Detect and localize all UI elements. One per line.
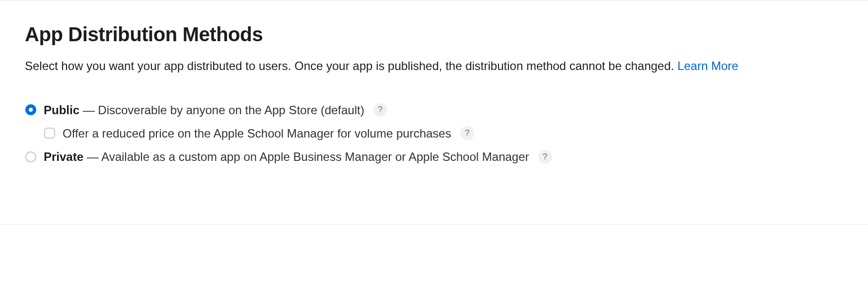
option-private-text: Private — Available as a custom app on A… — [44, 149, 529, 164]
section-subtitle: Select how you want your app distributed… — [25, 58, 843, 74]
option-public-desc: Discoverable by anyone on the App Store … — [98, 103, 364, 117]
top-divider — [0, 0, 868, 0]
learn-more-link[interactable]: Learn More — [677, 59, 738, 73]
radio-private[interactable] — [25, 151, 36, 162]
option-public-row[interactable]: Public — Discoverable by anyone on the A… — [25, 102, 843, 118]
reduced-price-label: Offer a reduced price on the Apple Schoo… — [63, 126, 451, 141]
option-private-row[interactable]: Private — Available as a custom app on A… — [25, 149, 843, 164]
help-icon[interactable]: ? — [373, 103, 387, 117]
help-icon[interactable]: ? — [538, 150, 552, 164]
option-public-text: Public — Discoverable by anyone on the A… — [44, 102, 364, 118]
subtitle-text: Select how you want your app distributed… — [25, 59, 677, 73]
bottom-divider — [0, 224, 868, 224]
checkbox-reduced-price[interactable] — [44, 128, 55, 139]
help-icon[interactable]: ? — [460, 126, 474, 140]
section-title: App Distribution Methods — [25, 23, 843, 46]
distribution-options: Public — Discoverable by anyone on the A… — [25, 102, 843, 165]
option-private-name: Private — [44, 150, 83, 163]
option-public-reduced-row[interactable]: Offer a reduced price on the Apple Schoo… — [44, 126, 843, 141]
option-private-desc: Available as a custom app on Apple Busin… — [101, 150, 529, 163]
radio-public[interactable] — [25, 104, 36, 115]
option-public-name: Public — [44, 103, 79, 117]
